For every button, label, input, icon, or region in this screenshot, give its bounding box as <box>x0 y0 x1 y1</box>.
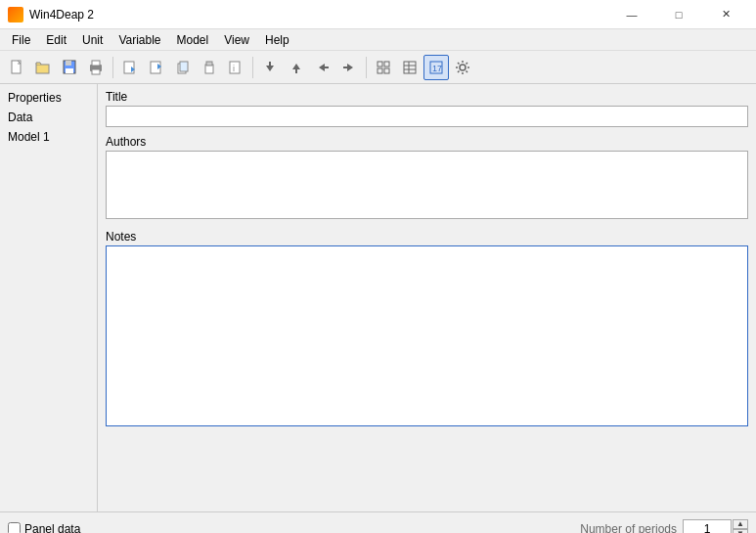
menu-model[interactable]: Model <box>169 29 217 50</box>
authors-textarea[interactable] <box>106 151 748 219</box>
periods-group: Number of periods ▲ ▼ <box>580 519 748 534</box>
maximize-button[interactable]: □ <box>656 0 701 29</box>
app-icon <box>8 7 23 22</box>
import-button[interactable] <box>117 55 143 80</box>
title-input[interactable] <box>106 106 748 127</box>
svg-rect-28 <box>378 68 382 73</box>
title-field-group: Title <box>106 90 748 127</box>
sidebar-item-model1[interactable]: Model 1 <box>0 127 97 147</box>
menu-bar: File Edit Unit Variable Model View Help <box>0 29 756 51</box>
menu-variable[interactable]: Variable <box>111 29 168 50</box>
panel-data-label: Panel data <box>24 522 80 534</box>
svg-rect-7 <box>92 69 100 74</box>
menu-view[interactable]: View <box>216 29 257 50</box>
panel-data-checkbox[interactable] <box>8 522 21 533</box>
save-button[interactable] <box>57 55 82 80</box>
window-title: Win4Deap 2 <box>29 8 94 22</box>
new-button[interactable] <box>4 55 29 80</box>
move-right-button[interactable] <box>336 55 362 80</box>
periods-input[interactable] <box>683 519 732 534</box>
table-view-button[interactable] <box>397 55 422 80</box>
move-left-button[interactable] <box>310 55 335 80</box>
window-controls: — □ ✕ <box>609 0 748 29</box>
svg-rect-1 <box>36 65 49 73</box>
periods-input-wrap: ▲ ▼ <box>683 519 748 534</box>
print-button[interactable] <box>83 55 109 80</box>
toolbar: i 17 <box>0 51 756 84</box>
periods-spin-down[interactable]: ▼ <box>733 529 748 534</box>
bottom-bar: Panel data Number of periods ▲ ▼ <box>0 511 756 533</box>
close-button[interactable]: ✕ <box>703 0 748 29</box>
svg-marker-22 <box>319 64 325 71</box>
periods-spin-up[interactable]: ▲ <box>733 519 748 529</box>
move-up-button[interactable] <box>284 55 309 80</box>
paste-button[interactable] <box>197 55 222 80</box>
grid-view-button[interactable] <box>371 55 396 80</box>
menu-file[interactable]: File <box>4 29 38 50</box>
notes-textarea[interactable] <box>106 245 748 426</box>
svg-marker-18 <box>266 66 274 71</box>
title-bar: Win4Deap 2 — □ ✕ <box>0 0 756 29</box>
svg-rect-27 <box>384 62 389 67</box>
svg-rect-8 <box>124 62 134 73</box>
panel-data-group: Panel data <box>8 522 80 534</box>
toolbar-sep-1 <box>112 57 113 78</box>
settings-button[interactable] <box>450 55 475 80</box>
export-button[interactable] <box>144 55 169 80</box>
calc-button[interactable]: 17 <box>423 55 449 80</box>
svg-rect-3 <box>66 61 71 66</box>
svg-rect-16 <box>230 62 240 73</box>
svg-rect-6 <box>92 61 100 66</box>
svg-rect-29 <box>384 68 389 73</box>
menu-edit[interactable]: Edit <box>38 29 74 50</box>
svg-text:i: i <box>233 64 235 73</box>
sidebar-item-data[interactable]: Data <box>0 108 97 127</box>
svg-text:17: 17 <box>432 64 442 73</box>
open-button[interactable] <box>30 55 56 80</box>
svg-rect-4 <box>66 68 73 73</box>
main-container: Properties Data Model 1 Title Authors No… <box>0 84 756 511</box>
minimize-button[interactable]: — <box>609 0 654 29</box>
sidebar: Properties Data Model 1 <box>0 84 98 511</box>
toolbar-sep-3 <box>366 57 367 78</box>
copy-button[interactable] <box>170 55 196 80</box>
authors-label: Authors <box>106 135 748 149</box>
periods-label: Number of periods <box>580 522 677 534</box>
notes-field-group: Notes <box>106 230 748 429</box>
move-down-button[interactable] <box>257 55 283 80</box>
svg-rect-13 <box>180 62 188 71</box>
svg-point-36 <box>460 65 466 70</box>
menu-unit[interactable]: Unit <box>74 29 111 50</box>
title-label: Title <box>106 90 748 104</box>
notes-label: Notes <box>106 230 748 244</box>
toolbar-sep-2 <box>252 57 253 78</box>
svg-marker-20 <box>292 64 300 69</box>
svg-marker-24 <box>347 64 353 71</box>
svg-rect-15 <box>206 62 212 66</box>
menu-help[interactable]: Help <box>257 29 297 50</box>
content-area: Title Authors Notes <box>98 84 756 511</box>
info-button[interactable]: i <box>223 55 248 80</box>
periods-spinner: ▲ ▼ <box>733 519 748 534</box>
sidebar-item-properties[interactable]: Properties <box>0 88 97 108</box>
svg-rect-26 <box>378 62 382 67</box>
authors-field-group: Authors <box>106 135 748 222</box>
svg-rect-30 <box>404 62 416 73</box>
title-bar-left: Win4Deap 2 <box>8 7 94 22</box>
